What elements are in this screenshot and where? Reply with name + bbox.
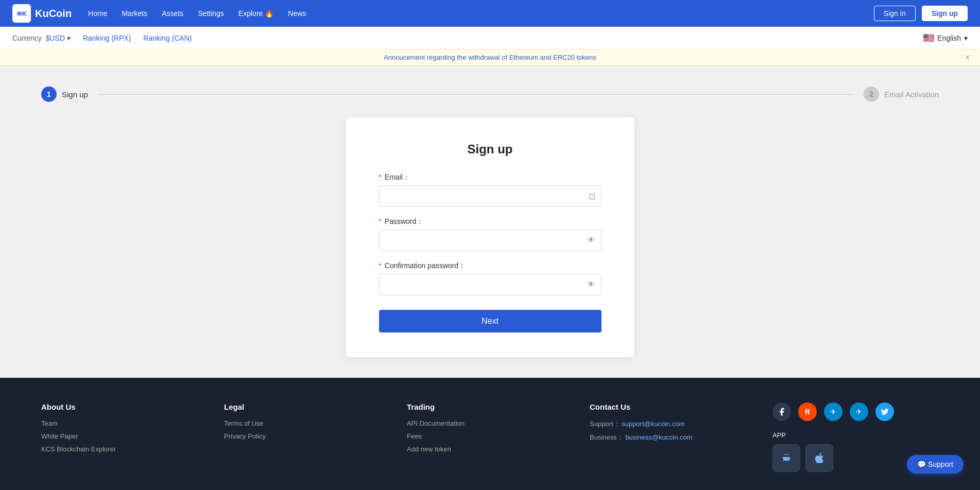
card-wrapper: Sign up * Email： ⊡ * Password： [0,117,980,357]
ios-app-button[interactable] [805,444,833,472]
email-input-wrapper: ⊡ [379,185,601,207]
step-2: 2 Email Activation [864,86,939,102]
step1-circle: 1 [41,86,57,102]
telegram2-icon[interactable]: ✈ [850,402,868,421]
nav-assets[interactable]: Assets [162,9,183,18]
app-label: APP [772,431,939,439]
privacy-link[interactable]: Privacy Policy [224,432,390,440]
support-button[interactable]: 💬 Support [907,455,964,474]
next-button[interactable]: Next [379,310,601,332]
signup-button[interactable]: Sign up [922,6,968,21]
password-toggle-icon[interactable]: 👁 [587,236,595,245]
navbar: ≋K KuCoin Home Markets Assets Settings E… [0,0,980,27]
step-divider [98,94,853,95]
telegram-icon[interactable]: ✈ [824,402,843,421]
footer-trading: Trading API Documentation Fees Add new t… [407,402,573,472]
email-input[interactable] [379,185,601,207]
close-announcement-button[interactable]: × [965,53,970,62]
ranking-rpx-link[interactable]: Ranking (RPX) [83,34,131,42]
api-link[interactable]: API Documentation [407,419,573,427]
business-contact: Business： business@kucoin.com [590,433,756,442]
step2-circle: 2 [864,86,879,102]
logo[interactable]: ≋K KuCoin [12,4,72,23]
support-contact: Support： support@kucoin.com [590,419,756,429]
nav-links: Home Markets Assets Settings Explore 🔥 N… [88,9,306,18]
currency-usd[interactable]: $USD ▾ [46,34,71,42]
trading-title: Trading [407,402,573,411]
card-title: Sign up [379,142,601,156]
navbar-left: ≋K KuCoin Home Markets Assets Settings E… [12,4,306,23]
steps-container: 1 Sign up 2 Email Activation [0,86,980,102]
about-kcs-link[interactable]: KCS Blockchain Explorer [41,445,208,453]
confirm-password-group: * Confirmation password： 👁 [379,261,601,295]
twitter-icon[interactable] [875,402,894,421]
announcement-text[interactable]: Annoucement regarding the withdrawal of … [384,54,596,61]
social-icons-row: R ✈ ✈ [772,402,939,421]
android-app-button[interactable] [772,444,800,472]
nav-markets[interactable]: Markets [122,9,147,18]
nav-home[interactable]: Home [88,9,107,18]
email-icon: ⊡ [589,191,595,201]
currency-label: Currency $USD ▾ [12,34,71,42]
subbar-left: Currency $USD ▾ Ranking (RPX) Ranking (C… [12,34,192,42]
password-input-wrapper: 👁 [379,230,601,251]
confirm-toggle-icon[interactable]: 👁 [587,280,595,289]
nav-news[interactable]: News [288,9,306,18]
contact-title: Contact Us [590,402,756,411]
footer: About Us Team White Paper KCS Blockchain… [0,378,980,490]
announcement-bar: Annoucement regarding the withdrawal of … [0,49,980,66]
about-whitepaper-link[interactable]: White Paper [41,432,208,440]
nav-explore[interactable]: Explore 🔥 [238,9,273,18]
password-input[interactable] [379,230,601,251]
email-label: * Email： [379,173,601,182]
reddit-icon[interactable]: R [798,402,817,421]
language-label: English [937,34,961,42]
language-selector[interactable]: 🇺🇸 English ▾ [923,32,968,44]
email-required: * [379,173,382,181]
terms-link[interactable]: Terms of Use [224,419,390,427]
nav-settings[interactable]: Settings [198,9,224,18]
confirm-password-label: * Confirmation password： [379,261,601,271]
password-required: * [379,217,382,225]
add-token-link[interactable]: Add new token [407,445,573,453]
confirm-required: * [379,261,382,270]
fees-link[interactable]: Fees [407,432,573,440]
facebook-icon[interactable] [772,402,791,421]
confirm-password-input[interactable] [379,274,601,295]
navbar-right: Sign in Sign up [874,6,968,21]
signin-button[interactable]: Sign in [874,6,916,21]
legal-title: Legal [224,402,390,411]
business-email[interactable]: business@kucoin.com [625,433,692,441]
footer-contact: Contact Us Support： support@kucoin.com B… [590,402,756,472]
confirm-password-input-wrapper: 👁 [379,274,601,295]
signup-card: Sign up * Email： ⊡ * Password： [346,117,634,357]
step2-label: Email Activation [884,90,939,99]
footer-grid: About Us Team White Paper KCS Blockchain… [41,402,939,472]
step1-label: Sign up [62,90,88,99]
flag-icon: 🇺🇸 [923,32,934,44]
subbar: Currency $USD ▾ Ranking (RPX) Ranking (C… [0,27,980,49]
fire-icon: 🔥 [265,9,273,18]
footer-legal: Legal Terms of Use Privacy Policy [224,402,390,472]
about-title: About Us [41,402,208,411]
logo-icon: ≋K [12,4,31,23]
logo-text: KuCoin [35,8,72,20]
password-group: * Password： 👁 [379,217,601,251]
step-1: 1 Sign up [41,86,88,102]
main-content: 1 Sign up 2 Email Activation Sign up * E… [0,66,980,378]
email-group: * Email： ⊡ [379,173,601,207]
password-label: * Password： [379,217,601,226]
footer-about: About Us Team White Paper KCS Blockchain… [41,402,208,472]
support-email[interactable]: support@kucoin.com [622,420,684,428]
about-team-link[interactable]: Team [41,419,208,427]
ranking-can-link[interactable]: Ranking (CAN) [143,34,192,42]
chevron-down-icon: ▾ [964,34,968,42]
